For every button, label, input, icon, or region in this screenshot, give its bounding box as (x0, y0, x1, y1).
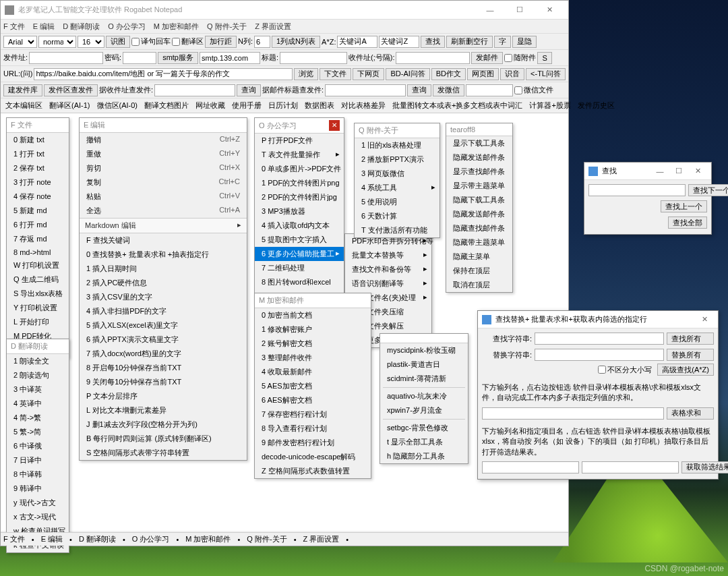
tab-manual[interactable]: 使用手册 (229, 98, 265, 113)
weight-select[interactable]: normal (38, 36, 76, 48)
menu-item[interactable]: 隐藏发送邮件条 (446, 207, 512, 221)
find-prev-button[interactable]: 查找上一个 (661, 200, 707, 212)
menu-item[interactable]: 7 保存密档行程计划 (255, 407, 371, 422)
by-recipient-input[interactable] (154, 84, 235, 96)
essay-button[interactable]: BD作文 (431, 68, 466, 80)
menu-item[interactable]: setbgc-背景色修改 (380, 421, 468, 435)
menu-item[interactable]: 取消在顶层 (446, 278, 512, 292)
maximize-button[interactable]: ☐ (505, 1, 535, 19)
menu-item[interactable]: Z 空格间隔形式表数值转置 (255, 464, 371, 478)
menu-item[interactable]: 4 插入读取ofd内文本 (255, 219, 344, 233)
filter-item-input[interactable] (582, 461, 679, 473)
s-button[interactable]: S (537, 52, 551, 64)
query-send-button[interactable]: 发件区查发件 (44, 84, 98, 96)
menu-item[interactable]: 4 简->繁 (7, 411, 69, 425)
menu-item[interactable]: 3 打开 note (7, 175, 69, 190)
url-input[interactable] (34, 68, 293, 80)
kwA-input[interactable] (337, 36, 377, 48)
menu-item[interactable]: 8 md->html (7, 246, 69, 258)
sb-ui[interactable]: Z 界面设置 (303, 534, 339, 544)
menu-item[interactable]: 隐藏发送邮件条 (446, 150, 512, 165)
tab-wechat[interactable]: 微信区(AI-0) (94, 98, 142, 113)
menu-item[interactable]: 隐藏主菜单 (446, 250, 512, 264)
menu-item[interactable]: Q 生成二维码 (7, 272, 69, 287)
query2-button[interactable]: 查询 (407, 84, 431, 96)
menu-item[interactable]: 7 二维码处理 (255, 261, 344, 275)
menu-item[interactable]: 8 中译韩 (7, 467, 69, 482)
menu-item[interactable]: 0 单或多图片->PDF文件 (255, 162, 344, 176)
menu-item[interactable]: 复制Ctrl+C (80, 175, 247, 190)
menu-item[interactable]: 0 新建 txt (7, 133, 69, 147)
table-sum-button[interactable]: 表格求和 (667, 407, 714, 420)
replace-all-button[interactable]: 替换所有 (667, 349, 714, 361)
menu-item[interactable]: 2 播放新PPTX演示 (355, 152, 439, 167)
menu-item[interactable]: 7 日译中 (7, 453, 69, 467)
char-button[interactable]: 字 (494, 36, 511, 48)
showhide-button[interactable]: 显隐 (512, 36, 537, 48)
browse-button[interactable]: 浏览 (294, 68, 318, 80)
menu-item[interactable]: 6 天数计算 (355, 209, 439, 223)
menu-item[interactable]: 4 系统工具▸ (355, 181, 439, 195)
menu-item[interactable]: 3 中译英 (7, 382, 69, 397)
download-page-button[interactable]: 下网页 (353, 68, 384, 80)
wechat-input[interactable] (466, 84, 513, 96)
cb-attach[interactable]: 随附件 (504, 53, 536, 63)
menu-item[interactable]: 3 插入CSV里的文字 (80, 290, 247, 304)
cb-wechat-file[interactable]: 微信文件 (514, 85, 553, 95)
menu-item[interactable]: 6 更多办公辅助批量工▸ (255, 247, 344, 261)
menu-item[interactable]: 隐藏查找邮件条 (446, 221, 512, 235)
menu-item[interactable]: 9 韩译中 (7, 482, 69, 496)
menu-item[interactable]: scidmint-薄荷清新 (380, 372, 468, 386)
tab-bookmarks[interactable]: 网址收藏 (192, 98, 229, 113)
menu-file[interactable]: F 文件 (3, 22, 25, 32)
tab-doctranslate[interactable]: 翻译文档图片 (141, 98, 192, 113)
webimg-button[interactable]: 网页图 (467, 68, 499, 80)
menu-item[interactable]: aquativo-坑灰未冷 (380, 389, 468, 403)
find-min-button[interactable]: — (650, 163, 669, 180)
menu-item[interactable]: 4 收取最新邮件 (255, 365, 371, 379)
menu-item[interactable]: 显示查找邮件条 (446, 165, 512, 179)
menu-item[interactable]: decode-unicode-escape解码 (255, 450, 371, 464)
by-subject-input[interactable] (325, 84, 406, 96)
menu-item[interactable]: 撤销Ctrl+Z (80, 133, 247, 147)
menu-item[interactable]: 2 保存 txt (7, 161, 69, 175)
menu-item[interactable]: 5 插入XLSX(excel表)里文字 (80, 318, 247, 333)
get-filter-button[interactable]: 获取筛选结果表 (681, 461, 728, 473)
tab-textedit[interactable]: 文本编辑区 (2, 98, 46, 113)
menu-office[interactable]: O 办公学习 (108, 22, 146, 32)
menu-item[interactable]: S 空格间隔形式表带字符串转置 (80, 446, 247, 460)
menu-item[interactable]: 查找文件和备份等▸ (345, 262, 431, 277)
menu-item[interactable]: 重做Ctrl+Y (80, 147, 247, 161)
tab-charts[interactable]: 数据图表 (301, 98, 338, 113)
menu-item[interactable]: 9 关闭每10分钟保存当前TXT (80, 375, 247, 389)
send-wechat-button[interactable]: 发微信 (433, 84, 464, 96)
menu-item[interactable]: 6 AES解密文档 (255, 393, 371, 407)
sb-encrypt[interactable]: M 加密和邮件 (185, 534, 231, 544)
menu-encrypt[interactable]: M 加密和邮件 (154, 22, 199, 32)
menu-item[interactable]: B 每行同时四则运算 (原式转到翻译区) (80, 432, 247, 446)
tab-history[interactable]: 发件历史区 (574, 98, 618, 113)
close-button[interactable]: ✕ (535, 1, 564, 19)
menu-item[interactable]: xpwin7-岁月流金 (380, 403, 468, 417)
menu-item[interactable]: 2 朗读选句 (7, 368, 69, 382)
menu-item[interactable]: 5 使用说明 (355, 195, 439, 209)
menu-item[interactable]: 全选Ctrl+A (80, 204, 247, 218)
send-mail-button[interactable]: 发邮件 (471, 52, 503, 64)
menu-item[interactable]: 1 修改解密账户 (255, 322, 371, 337)
menu-item[interactable]: 4 保存 note (7, 190, 69, 204)
menu-item[interactable]: W 打印机设置 (7, 258, 69, 272)
size-select[interactable]: 16 (78, 36, 104, 48)
pwd-input[interactable] (123, 52, 156, 64)
find-all2-button[interactable]: 查找所有 (667, 333, 714, 345)
tab-calendar[interactable]: 日历计划 (265, 98, 301, 113)
replace-close-button[interactable]: ✕ (695, 311, 714, 328)
menu-edit[interactable]: E 编辑 (33, 22, 55, 32)
minimize-button[interactable]: — (475, 1, 505, 19)
sum-col-input[interactable] (482, 407, 664, 420)
asr-button[interactable]: 识音 (500, 68, 524, 80)
tab-diff[interactable]: 对比表格差异 (338, 98, 389, 113)
menu-item[interactable]: 粘贴Ctrl+V (80, 190, 247, 204)
sb-edit[interactable]: E 编辑 (41, 534, 63, 544)
menu-item[interactable]: 0 查找替换+ 批量表求和 +抽表指定行 (80, 248, 247, 262)
menu-ui[interactable]: Z 界面设置 (255, 22, 291, 32)
